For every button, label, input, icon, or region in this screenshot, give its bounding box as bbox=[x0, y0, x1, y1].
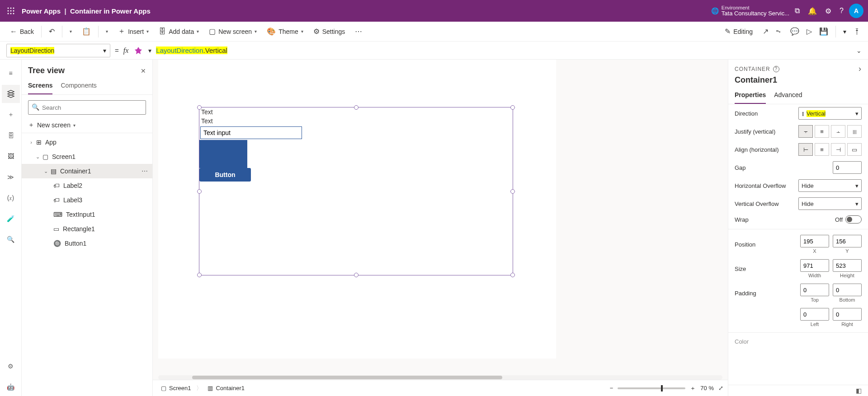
undo-button[interactable]: ↶ bbox=[46, 25, 57, 37]
prop-hoverflow-select[interactable]: Hide▾ bbox=[798, 179, 862, 192]
tree-node-textinput1[interactable]: ⌨TextInput1 bbox=[22, 207, 152, 222]
avatar[interactable]: A bbox=[849, 4, 863, 18]
resize-handle[interactable] bbox=[510, 189, 515, 194]
canvas-horizontal-scrollbar[interactable] bbox=[158, 375, 722, 380]
canvas-button1[interactable]: Button bbox=[199, 168, 251, 182]
rail-search-icon[interactable]: 🔍 bbox=[2, 230, 20, 248]
resize-handle[interactable] bbox=[354, 105, 359, 110]
app-checker-icon[interactable]: ᯓ bbox=[776, 28, 783, 36]
tab-screens[interactable]: Screens bbox=[28, 79, 52, 94]
rail-settings-icon[interactable]: ⚙ bbox=[2, 357, 20, 375]
app-launcher-icon[interactable] bbox=[5, 5, 17, 17]
breadcrumb-container[interactable]: ▥Container1 bbox=[204, 385, 248, 391]
formula-input[interactable]: LayoutDirection.Vertical bbox=[156, 47, 852, 55]
save-icon[interactable]: 💾 bbox=[819, 27, 828, 36]
rail-data-icon[interactable]: 🗄 bbox=[2, 126, 20, 144]
settings-button[interactable]: ⚙Settings bbox=[311, 25, 348, 37]
fx-icon[interactable]: fx bbox=[123, 47, 129, 55]
tree-node-label3[interactable]: 🏷Label3 bbox=[22, 193, 152, 207]
rail-insert-icon[interactable]: ＋ bbox=[2, 106, 20, 124]
copy-app-icon[interactable]: ⧉ bbox=[795, 7, 800, 15]
zoom-in-button[interactable]: ＋ bbox=[690, 384, 696, 392]
screen-surface[interactable]: Text Text Button bbox=[158, 60, 556, 359]
canvas-scroll[interactable]: Text Text Button bbox=[153, 60, 728, 375]
zoom-out-button[interactable]: − bbox=[610, 385, 613, 391]
editing-mode-button[interactable]: ✎Editing bbox=[722, 25, 755, 37]
tab-components[interactable]: Components bbox=[61, 79, 96, 94]
new-screen-button[interactable]: ＋ New screen ▾ bbox=[22, 117, 152, 133]
color-picker-icon[interactable]: ◧ bbox=[856, 387, 862, 394]
save-split-icon[interactable]: ▾ bbox=[843, 28, 846, 35]
tree-node-screen1[interactable]: ⌄▢Screen1 bbox=[22, 149, 152, 164]
tree-node-button1[interactable]: 🔘Button1 bbox=[22, 236, 152, 251]
undo-split-button[interactable]: ▾ bbox=[67, 27, 75, 36]
selected-container[interactable]: Text Text Button bbox=[199, 107, 513, 275]
prop-padding-bottom-input[interactable] bbox=[833, 284, 862, 296]
fit-to-window-icon[interactable]: ⤢ bbox=[718, 385, 723, 391]
tree-search-input[interactable] bbox=[28, 100, 146, 115]
resize-handle[interactable] bbox=[354, 273, 359, 277]
rail-tree-view-icon[interactable] bbox=[2, 85, 20, 103]
chevron-right-icon[interactable]: › bbox=[859, 64, 862, 74]
resize-handle[interactable] bbox=[197, 273, 202, 277]
align-stretch-button[interactable]: ▭ bbox=[847, 143, 862, 156]
overflow-button[interactable]: ⋯ bbox=[352, 25, 365, 37]
canvas-textinput1[interactable] bbox=[200, 126, 302, 139]
rail-tests-icon[interactable]: 🧪 bbox=[2, 210, 20, 228]
property-select[interactable]: LayoutDirection ▾ bbox=[6, 44, 110, 57]
rail-media-icon[interactable]: 🖼 bbox=[2, 147, 20, 165]
rail-variables-icon[interactable]: (𝑥) bbox=[2, 189, 20, 207]
resize-handle[interactable] bbox=[510, 273, 515, 277]
tree-node-container1[interactable]: ⌄▤Container1⋯ bbox=[22, 164, 152, 178]
rail-hamburger-icon[interactable]: ≡ bbox=[2, 64, 20, 82]
align-end-button[interactable]: ⊣ bbox=[831, 143, 845, 156]
new-screen-button[interactable]: ▢New screen▾ bbox=[206, 25, 259, 37]
tab-properties[interactable]: Properties bbox=[735, 89, 766, 104]
canvas-rectangle1[interactable] bbox=[199, 140, 247, 168]
paste-button[interactable]: 📋 bbox=[79, 25, 94, 37]
align-center-button[interactable]: ≡ bbox=[815, 143, 829, 156]
insert-button[interactable]: ＋Insert▾ bbox=[115, 25, 151, 38]
prop-padding-left-input[interactable] bbox=[800, 308, 829, 321]
back-button[interactable]: ←Back bbox=[7, 26, 37, 37]
environment-picker[interactable]: 🌐 Environment Tata Consultancy Servic... bbox=[711, 5, 789, 17]
prop-gap-input[interactable] bbox=[833, 161, 862, 174]
prop-size-width-input[interactable] bbox=[800, 259, 829, 272]
comments-icon[interactable]: 💬 bbox=[790, 27, 799, 36]
zoom-slider[interactable] bbox=[618, 387, 685, 389]
breadcrumb-screen[interactable]: ▢Screen1 bbox=[157, 385, 194, 391]
close-icon[interactable]: ✕ bbox=[141, 67, 146, 75]
tree-node-app[interactable]: ›⊞App bbox=[22, 135, 152, 149]
info-icon[interactable]: ? bbox=[773, 66, 779, 72]
add-data-button[interactable]: 🗄Add data▾ bbox=[156, 26, 202, 37]
resize-handle[interactable] bbox=[197, 105, 202, 110]
tab-advanced[interactable]: Advanced bbox=[774, 89, 802, 104]
prop-direction-select[interactable]: ⫿ Vertical ▾ bbox=[798, 107, 862, 120]
rail-virtual-agent-icon[interactable]: 🤖 bbox=[2, 378, 20, 396]
node-more-icon[interactable]: ⋯ bbox=[142, 168, 149, 175]
share-icon[interactable]: ↗ bbox=[763, 27, 769, 36]
canvas-label3[interactable]: Text bbox=[199, 116, 513, 126]
preview-icon[interactable]: ▷ bbox=[807, 27, 812, 36]
copilot-icon[interactable] bbox=[133, 45, 144, 56]
prop-size-height-input[interactable] bbox=[833, 259, 862, 272]
paste-split-button[interactable]: ▾ bbox=[103, 27, 111, 36]
justify-end-button[interactable]: ⫠ bbox=[831, 125, 845, 138]
prop-position-x-input[interactable] bbox=[800, 235, 829, 247]
formula-expand-icon[interactable]: ⌄ bbox=[856, 47, 862, 54]
help-icon[interactable]: ? bbox=[840, 7, 844, 15]
prop-padding-top-input[interactable] bbox=[800, 284, 829, 296]
file-name[interactable]: Container in Power Apps bbox=[70, 7, 151, 15]
tree-node-rectangle1[interactable]: ▭Rectangle1 bbox=[22, 222, 152, 236]
tree-node-label2[interactable]: 🏷Label2 bbox=[22, 178, 152, 193]
justify-space-between-button[interactable]: ⫼ bbox=[847, 125, 862, 138]
publish-icon[interactable]: ⭱ bbox=[854, 28, 861, 36]
app-name[interactable]: Power Apps bbox=[22, 7, 61, 15]
theme-button[interactable]: 🎨Theme▾ bbox=[264, 25, 306, 37]
rail-power-automate-icon[interactable]: ≫ bbox=[2, 168, 20, 186]
prop-voverflow-select[interactable]: Hide▾ bbox=[798, 197, 862, 210]
prop-position-y-input[interactable] bbox=[833, 235, 862, 247]
resize-handle[interactable] bbox=[197, 189, 202, 194]
settings-gear-icon[interactable]: ⚙ bbox=[825, 7, 831, 15]
resize-handle[interactable] bbox=[510, 105, 515, 110]
